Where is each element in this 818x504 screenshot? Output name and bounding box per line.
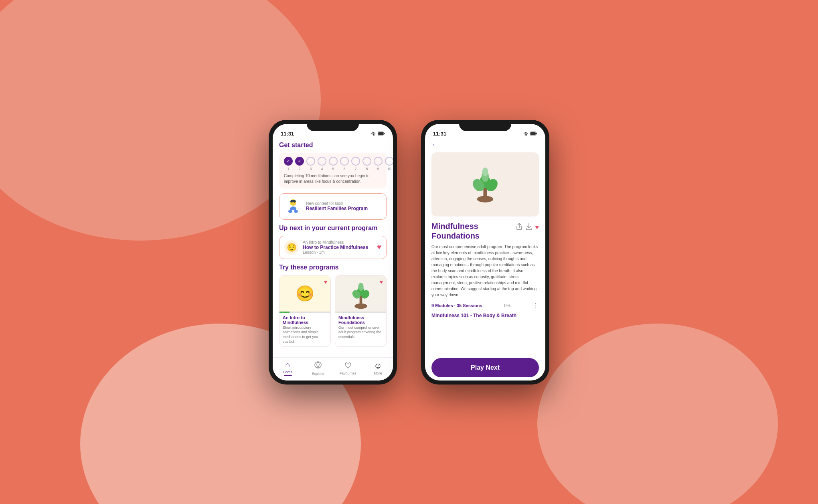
circle-3 [306, 157, 315, 166]
program-card-img-1: 😊 ♥ [279, 275, 330, 312]
detail-actions: ♥ [516, 223, 539, 232]
kids-card[interactable]: New content for kids! Resilient Families… [279, 193, 387, 220]
nav-label-favourites: Favourites [339, 371, 356, 375]
left-phone: 11:31 Get started [269, 120, 397, 385]
circle-item-4: 4 [318, 157, 326, 171]
circle-4 [318, 157, 326, 166]
play-next-button[interactable]: Play Next [431, 358, 539, 377]
home-icon: ⌂ [285, 360, 290, 369]
lesson-meta: Lesson · 1m [303, 250, 373, 255]
nav-item-more[interactable]: ☺ More [363, 361, 393, 375]
right-phone-screen: 11:31 ← [425, 124, 545, 381]
back-button[interactable]: ← [431, 140, 439, 149]
program-card-1[interactable]: 😊 ♥ An Intro to Mindfulness Short introd… [279, 275, 331, 347]
program-card-img-2: ♥ [335, 275, 386, 312]
nav-item-explore[interactable]: Explore [303, 361, 333, 376]
nav-label-home: Home [283, 370, 292, 374]
up-next-title: Up next in your current program [279, 225, 387, 232]
battery-icon-right [530, 131, 537, 137]
program2-progress-bar [335, 312, 386, 313]
plant-icon [343, 275, 379, 312]
program2-title: Mindfulness Foundations [338, 315, 383, 325]
favourites-icon: ♡ [344, 361, 352, 370]
detail-header: ← [425, 138, 545, 152]
status-time-right: 11:31 [433, 131, 446, 137]
left-screen-content: Get started ✓ 1 ✓ 2 [273, 138, 393, 357]
program1-body: An Intro to Mindfulness Short introducto… [279, 313, 330, 347]
progress-circles: ✓ 1 ✓ 2 3 [284, 157, 382, 171]
download-icon[interactable] [526, 223, 532, 232]
svg-rect-2 [378, 132, 383, 135]
program-card-2[interactable]: ♥ Mindfulness Foundations Our most compr… [335, 275, 387, 347]
phone-notch-right [459, 120, 511, 131]
program1-title: An Intro to Mindfulness [283, 315, 327, 325]
bottom-nav: ⌂ Home Explore ♡ Favourites ☺ More [273, 357, 393, 381]
get-started-title: Get started [279, 142, 387, 149]
right-detail-content: MindfulnessFoundations ♥ Our most compre… [425, 217, 545, 381]
kids-subtitle: New content for kids! [306, 201, 368, 206]
lesson-subtitle: An Intro to Mindfulness [303, 240, 373, 245]
circle-9 [374, 157, 383, 166]
detail-image [431, 152, 539, 217]
kids-avatar [284, 198, 302, 215]
share-icon[interactable] [516, 223, 522, 232]
kids-card-text: New content for kids! Resilient Families… [306, 201, 368, 211]
more-icon: ☺ [374, 361, 382, 370]
left-phone-screen: 11:31 Get started [273, 124, 393, 381]
more-options-icon[interactable]: ⋮ [533, 302, 539, 310]
smiley-icon: 😊 [296, 285, 314, 302]
circle-item-8: 8 [362, 157, 371, 171]
detail-progress: 0% [504, 303, 510, 308]
detail-title-row: MindfulnessFoundations ♥ [431, 221, 539, 241]
heart-filled-icon[interactable]: ♥ [535, 224, 539, 231]
lesson-title: How to Practice Mindfulness [303, 245, 373, 250]
module-title: Mindfulness 101 - The Body & Breath [431, 313, 539, 318]
progress-description: Completing 10 meditations can see you be… [284, 173, 382, 184]
lesson-info: An Intro to Mindfulness How to Practice … [303, 240, 373, 255]
programs-grid: 😊 ♥ An Intro to Mindfulness Short introd… [279, 275, 387, 347]
right-phone: 11:31 ← [421, 120, 549, 385]
circle-item-3: 3 [306, 157, 315, 171]
svg-rect-1 [384, 133, 385, 134]
circle-item-10: 10 [385, 157, 393, 171]
nav-label-explore: Explore [312, 372, 324, 376]
kids-title: Resilient Families Program [306, 206, 368, 211]
circle-item-5: 5 [329, 157, 338, 171]
nav-item-favourites[interactable]: ♡ Favourites [333, 361, 363, 375]
phone-notch-left [307, 120, 359, 131]
program2-desc: Our most comprehensive adult program cov… [338, 326, 383, 340]
progress-section: ✓ 1 ✓ 2 3 [279, 153, 387, 188]
program1-desc: Short introductory animations and simple… [283, 326, 327, 344]
up-next-card[interactable]: 😌 An Intro to Mindfulness How to Practic… [279, 236, 387, 259]
phones-container: 11:31 Get started [269, 120, 549, 385]
detail-meta: 9 Modules · 35 Sessions [431, 303, 482, 308]
battery-icon [378, 131, 385, 137]
circle-item-9: 9 [374, 157, 383, 171]
try-programs-title: Try these programs [279, 264, 387, 271]
bg-decoration-3 [537, 324, 778, 504]
program1-progress-bar [279, 312, 330, 313]
nav-item-home[interactable]: ⌂ Home [273, 360, 303, 376]
program1-heart-icon[interactable]: ♥ [324, 279, 327, 285]
detail-plant-svg [463, 162, 507, 206]
circle-2: ✓ [295, 157, 304, 166]
circle-7 [351, 157, 360, 166]
svg-rect-16 [537, 133, 537, 134]
detail-description: Our most comprehensive adult program. Th… [431, 244, 539, 298]
status-icons-right [523, 131, 537, 137]
lesson-heart-icon[interactable]: ♥ [377, 243, 381, 251]
svg-rect-17 [530, 132, 536, 135]
status-time-left: 11:31 [281, 131, 294, 137]
circle-10 [385, 157, 393, 166]
nav-label-more: More [374, 371, 382, 375]
svg-point-6 [288, 210, 292, 213]
detail-body: MindfulnessFoundations ♥ Our most compre… [425, 217, 545, 355]
circle-1: ✓ [284, 157, 293, 166]
circle-item-7: 7 [351, 157, 360, 171]
program2-heart-icon[interactable]: ♥ [380, 279, 383, 285]
status-icons-left [371, 131, 385, 137]
detail-meta-row: 9 Modules · 35 Sessions 0% ⋮ [431, 302, 539, 310]
circle-item-2: ✓ 2 [295, 157, 304, 171]
explore-icon [314, 361, 322, 371]
svg-point-24 [482, 167, 488, 176]
